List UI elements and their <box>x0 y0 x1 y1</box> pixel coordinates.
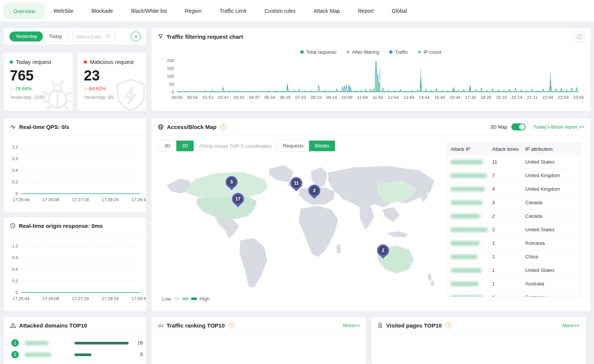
attack-times-cell: 1 <box>492 254 525 259</box>
origin-panel-header: Real-time origin response: 0ms <box>4 217 146 234</box>
stat-title: Malicious request <box>90 59 134 65</box>
svg-text:17:25:44: 17:25:44 <box>13 197 30 202</box>
access-block-map-panel: Access/Block Map ? 3D Map Today's Block … <box>152 118 590 311</box>
series-traffic <box>177 73 579 92</box>
svg-text:05:34: 05:34 <box>264 95 275 100</box>
attack-table-row: 1Germany <box>447 291 580 297</box>
svg-text:1.2: 1.2 <box>12 244 18 248</box>
attack-times-cell: 1 <box>492 267 525 273</box>
map-pin-united-kingdom[interactable]: 11 <box>290 177 302 194</box>
refresh-icon <box>576 34 582 40</box>
counter-badge[interactable]: 0 <box>131 32 141 41</box>
visited-panel-header: Visited pages TOP10 ? <box>371 317 585 334</box>
svg-text:150: 150 <box>167 66 174 71</box>
pin-head: 2 <box>377 244 389 256</box>
nav-tab-attack-map[interactable]: Attack Map <box>305 3 349 19</box>
svg-text:17:28:24: 17:28:24 <box>102 296 119 301</box>
block-report-link[interactable]: Today's Block report >> <box>533 124 584 130</box>
redacted-attack-ip <box>451 187 485 191</box>
blocks-button[interactable]: Blocks <box>309 141 335 151</box>
origin-response-panel: Real-time origin response: 0ms 00.30.60.… <box>4 217 146 311</box>
svg-text:23:55: 23:55 <box>573 95 584 100</box>
divider <box>4 334 146 334</box>
map-note: (*Only shows TOP 5 coordinates) <box>199 143 271 149</box>
svg-text:17:30: 17:30 <box>465 95 476 100</box>
pin-count: 2 <box>310 186 319 195</box>
attack-times-cell: 7 <box>492 173 525 178</box>
redacted-attack-ip <box>451 173 487 178</box>
map-3d-button[interactable]: 3D <box>159 141 176 151</box>
map-pin-eastern-europe[interactable]: 2 <box>308 185 320 201</box>
nav-tab-global[interactable]: Global <box>383 3 416 19</box>
legend-traffic[interactable]: Traffic <box>389 49 408 55</box>
legend-total-requests[interactable]: Total requests <box>300 49 336 55</box>
nav-tab-black-white-list[interactable]: Black/White list <box>122 3 176 19</box>
help-icon[interactable]: ? <box>229 322 235 328</box>
map-2d-button[interactable]: 2D <box>176 141 194 151</box>
svg-text:22:59: 22:59 <box>558 95 569 100</box>
map-pin-united-states[interactable]: 17 <box>232 193 244 209</box>
svg-text:00:00: 00:00 <box>172 95 183 100</box>
attack-table-row: 11United States <box>447 155 580 169</box>
map-pins-layer: 5171122 <box>158 156 444 301</box>
traffic-ranking-more-link[interactable]: More>> <box>343 317 360 334</box>
attack-table-row: 1China <box>447 250 580 264</box>
select-date-input[interactable]: Select Date <box>72 31 115 42</box>
nav-tab-overview[interactable]: Overview <box>4 3 44 19</box>
attacked-domains-list: 11625 <box>4 337 146 361</box>
svg-text:17:27:18: 17:27:18 <box>72 197 89 202</box>
divider <box>4 234 146 234</box>
attack-count-value: 5 <box>132 352 143 357</box>
help-icon[interactable]: ? <box>220 124 226 130</box>
svg-text:13:49: 13:49 <box>403 95 414 100</box>
origin-panel-title: Real-time origin response: 0ms <box>19 223 103 229</box>
yesterday-button[interactable]: Yesterday <box>9 31 43 42</box>
visited-pages-more-link[interactable]: More>> <box>562 317 579 334</box>
nav-tab-website[interactable]: WebSite <box>44 3 82 19</box>
map-pin-australia[interactable]: 2 <box>377 244 389 261</box>
legend-after-filtering[interactable]: After filtering <box>346 49 379 55</box>
redacted-domain <box>25 353 51 357</box>
nav-tab-report[interactable]: Report <box>349 3 383 19</box>
ranking-panel-header: Traffic ranking TOP10 ? <box>152 317 366 334</box>
help-icon[interactable]: ? <box>446 322 452 328</box>
redacted-attack-ip <box>451 200 482 205</box>
requests-button[interactable]: Requests <box>277 141 309 151</box>
divider <box>371 334 585 334</box>
svg-text:18:25: 18:25 <box>480 95 491 100</box>
stat-change: ↓ -64.62% <box>84 86 140 91</box>
refresh-button[interactable] <box>574 31 585 42</box>
map-pin-canada[interactable]: 5 <box>226 176 238 193</box>
map-3d-toggle[interactable] <box>511 123 526 130</box>
pulse-icon <box>10 124 16 130</box>
swatch-low <box>174 297 180 300</box>
svg-text:06:28: 06:28 <box>280 95 291 100</box>
redacted-attack-ip <box>451 241 479 246</box>
svg-text:0.3: 0.3 <box>12 180 18 184</box>
svg-text:0.6: 0.6 <box>12 168 18 173</box>
world-map-area: 5171122 <box>158 156 444 301</box>
today-button[interactable]: Today <box>43 31 68 42</box>
svg-text:07:23: 07:23 <box>295 95 306 100</box>
svg-text:0.6: 0.6 <box>12 267 18 271</box>
attack-times-cell: 11 <box>492 159 525 165</box>
svg-text:17:25:44: 17:25:44 <box>13 296 30 301</box>
stat-value: 765 <box>10 68 67 84</box>
nav-tab-custom-rules[interactable]: Custom rules <box>256 3 305 19</box>
ranking-panel-title: Traffic ranking TOP10 <box>167 322 225 329</box>
attack-table-row: 7United Kingdom <box>447 169 580 182</box>
ip-attribution-cell: Germany <box>525 294 580 297</box>
legend-dot <box>418 50 421 54</box>
attack-times-cell: 1 <box>492 240 525 246</box>
nav-tab-traffic-limit[interactable]: Traffic Limit <box>211 3 256 19</box>
legend-ip-count[interactable]: IP count <box>418 49 441 55</box>
pin-count: 5 <box>227 177 236 187</box>
svg-text:200: 200 <box>167 58 174 63</box>
ip-attribution-cell: United States <box>525 159 580 165</box>
nav-tab-region[interactable]: Region <box>176 3 211 19</box>
requests-blocks-segment: Requests Blocks <box>277 140 335 152</box>
nav-tab-blockade[interactable]: Blockade <box>82 3 122 19</box>
svg-text:11:59: 11:59 <box>373 95 383 100</box>
stat-title-row: Malicious request <box>84 59 140 65</box>
origin-response-chart: 00.30.60.91.217:25:4417:26:0817:27:1817:… <box>4 236 146 308</box>
